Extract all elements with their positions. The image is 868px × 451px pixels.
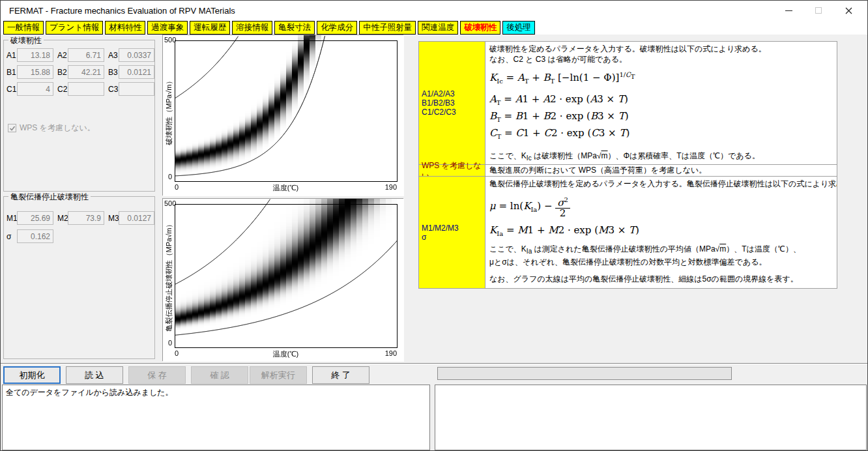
- at-equation: AT = A1 + A2 · exp (A3 × T): [489, 93, 833, 109]
- m3-input[interactable]: [119, 211, 154, 225]
- minimize-icon: [785, 10, 792, 11]
- close-button[interactable]: [833, 1, 863, 20]
- kia-equation: KIa = M1 + M2 · exp (M3 × T): [489, 224, 833, 237]
- y-axis-title: 亀裂伝播停止破壊靭性（MPa√m）: [164, 205, 174, 348]
- tag-line: B1/B2/B3: [422, 98, 485, 108]
- fracture-toughness-group: 破壊靭性 A1 A2 A3 B1 B2 B3 C1 C2 C3 WPS を考慮し…: [3, 40, 155, 192]
- c1-label: C1: [7, 85, 16, 94]
- description-text: 破壊靭性を定めるパラメータを入力する。破壊靭性は以下の式により求める。: [489, 44, 833, 54]
- tab-general-info[interactable]: 一般情報: [3, 21, 44, 35]
- m1-input[interactable]: [17, 211, 53, 225]
- ct-equation: CT = C1 + C2 · exp (C3 × T): [489, 126, 833, 143]
- description-note: なお、グラフの太線は平均の亀裂伝播停止破壊靭性、細線は5σの範囲の境界線を表す。: [489, 274, 833, 284]
- mu-equation: μ = ln(KIa) − σ22: [489, 195, 833, 218]
- a2-label: A2: [57, 51, 67, 60]
- tab-fracture-toughness[interactable]: 破壊靭性: [460, 21, 500, 35]
- group-title: 亀裂伝播停止破壊靭性: [8, 192, 91, 203]
- tab-weld-info[interactable]: 溶接情報: [232, 21, 272, 35]
- a2-input[interactable]: [68, 48, 104, 62]
- wps-checkbox: [8, 124, 16, 132]
- x-axis-title: 温度(℃): [175, 183, 397, 193]
- kic-parameters-tag: A1/A2/A3 B1/B2/B3 C1/C2/C3: [418, 41, 485, 165]
- b2-label: B2: [57, 68, 67, 77]
- tag-line: σ: [422, 233, 485, 242]
- c2-label: C2: [57, 85, 67, 94]
- bottom-separator: [1, 363, 867, 364]
- status-message-area[interactable]: 全てのデータをファイルから読み込みました。: [2, 385, 430, 450]
- x-axis-labels: 0 温度(℃) 190: [175, 183, 397, 192]
- tab-transient-events[interactable]: 過渡事象: [147, 21, 188, 35]
- m2-input[interactable]: [68, 211, 104, 225]
- kia-chart-canvas: [163, 199, 404, 362]
- confirm-button: 確 認: [191, 366, 248, 384]
- wps-description-row: WPS を考慮しない。 亀裂進展の判断において WPS（高温予荷重）を考慮しない…: [418, 164, 837, 177]
- tag-line: C1/C2/C3: [422, 108, 485, 117]
- description-note: ここで、KIa は測定された亀裂伝播停止破壊靭性の平均値（MPa√m）、Tは温度…: [489, 244, 833, 257]
- a3-input[interactable]: [119, 48, 154, 62]
- tag-line: A1/A2/A3: [422, 89, 485, 98]
- kia-description-body: 亀裂伝播停止破壊靭性を定めるパラメータを入力する。亀裂伝播停止破壊靭性は以下の式…: [485, 176, 837, 289]
- wps-tag: WPS を考慮しない。: [418, 164, 485, 177]
- exit-button[interactable]: 終 了: [312, 366, 369, 384]
- tab-reference-temperature[interactable]: 関連温度: [418, 21, 458, 35]
- kic-chart-panel: 500 0 破壊靭性（MPa√m） 0 温度(℃) 190: [162, 35, 403, 196]
- close-icon: [845, 7, 852, 14]
- a1-input[interactable]: [17, 48, 53, 62]
- y-axis-max-label: 500: [164, 36, 176, 44]
- x-axis-min-label: 0: [175, 183, 179, 191]
- y-axis-min-label: 0: [168, 173, 172, 181]
- b2-input[interactable]: [68, 65, 104, 79]
- y-axis-title: 破壊靭性（MPa√m）: [164, 63, 174, 160]
- save-button: 保 存: [128, 366, 186, 384]
- b3-label: B3: [108, 68, 118, 77]
- m2-label: M2: [57, 214, 68, 223]
- b1-input[interactable]: [17, 65, 53, 79]
- description-text: 亀裂進展の判断において WPS（高温予荷重）を考慮しない。: [489, 165, 833, 175]
- bt-equation: BT = B1 + B2 · exp (B3 × T): [489, 109, 833, 126]
- sigma-label: σ: [7, 232, 11, 241]
- progress-bar: [437, 367, 732, 380]
- kia-parameters-tag: M1/M2/M3 σ: [418, 176, 485, 289]
- c3-label: C3: [108, 85, 118, 94]
- initialize-button[interactable]: 初期化: [3, 366, 61, 384]
- tab-chemical-composition[interactable]: 化学成分: [317, 21, 357, 35]
- load-button[interactable]: 読 込: [66, 366, 123, 384]
- description-text: なお、C2 と C3 は省略が可能である。: [489, 54, 833, 65]
- c3-input[interactable]: [119, 82, 154, 96]
- x-axis-min-label: 0: [175, 349, 179, 357]
- output-message-area[interactable]: [435, 385, 867, 450]
- b3-input[interactable]: [119, 65, 154, 79]
- x-axis-max-label: 190: [385, 349, 397, 357]
- kic-equation: KIc = AT + BT [−ln(1 − Φ)]1/CT: [489, 71, 833, 85]
- m3-label: M3: [108, 214, 119, 223]
- x-axis-title: 温度(℃): [175, 349, 397, 359]
- wps-checkbox-row: WPS を考慮しない。: [8, 123, 95, 134]
- wps-checkbox-label: WPS を考慮しない。: [20, 123, 95, 134]
- c2-input[interactable]: [68, 82, 104, 96]
- tab-plant-info[interactable]: プラント情報: [46, 21, 103, 35]
- x-axis-labels: 0 温度(℃) 190: [175, 349, 397, 358]
- window-title: FERMAT - Fracture mechanics Evaluation o…: [9, 6, 235, 16]
- kic-description-body: 破壊靭性を定めるパラメータを入力する。破壊靭性は以下の式により求める。 なお、C…: [485, 41, 837, 165]
- tab-material-properties[interactable]: 材料特性: [105, 21, 145, 35]
- b1-label: B1: [7, 68, 16, 77]
- tab-post-processing[interactable]: 後処理: [502, 21, 535, 35]
- tab-crack-size[interactable]: 亀裂寸法: [274, 21, 315, 35]
- kic-chart-canvas: [163, 35, 404, 196]
- run-analysis-button: 解析実行: [250, 366, 307, 384]
- tab-bar: 一般情報プラント情報材料特性過渡事象運転履歴溶接情報亀裂寸法化学成分中性子照射量…: [1, 20, 867, 35]
- group-title: 破壊靭性: [8, 35, 44, 46]
- title-bar: FERMAT - Fracture mechanics Evaluation o…: [1, 1, 867, 20]
- m1-label: M1: [7, 214, 18, 223]
- crack-arrest-toughness-group: 亀裂伝播停止破壊靭性 M1 M2 M3 σ: [3, 196, 155, 359]
- window-controls: [774, 1, 863, 20]
- tab-neutron-fluence[interactable]: 中性子照射量: [359, 21, 416, 35]
- tab-operation-history[interactable]: 運転履歴: [190, 21, 230, 35]
- sigma-input[interactable]: [17, 229, 53, 243]
- status-message: 全てのデータをファイルから読み込みました。: [6, 388, 173, 397]
- minimize-button[interactable]: [774, 1, 803, 20]
- c1-input[interactable]: [17, 82, 53, 96]
- kia-chart-panel: 500 0 亀裂伝播停止破壊靭性（MPa√m） 0 温度(℃) 190: [162, 198, 403, 361]
- check-icon: [9, 125, 16, 132]
- app-window: FERMAT - Fracture mechanics Evaluation o…: [0, 0, 868, 451]
